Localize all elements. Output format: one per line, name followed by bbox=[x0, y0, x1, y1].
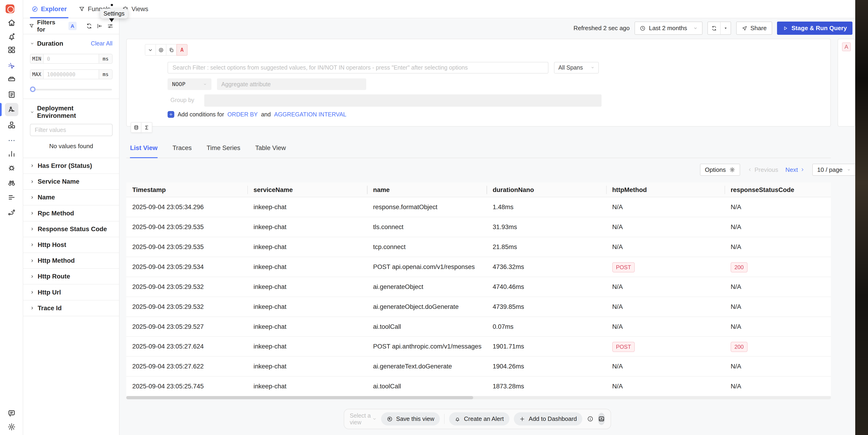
chevron-right-icon bbox=[30, 306, 34, 310]
column-header-timestamp[interactable]: Timestamp bbox=[126, 182, 247, 197]
duration-slider[interactable] bbox=[30, 87, 112, 92]
deployment-filter-input[interactable] bbox=[30, 124, 113, 136]
column-header-servicename[interactable]: serviceName bbox=[247, 182, 367, 197]
table-row[interactable]: 2025-09-04 23:05:29.527inkeep-chatai.too… bbox=[126, 317, 831, 337]
signoz-logo[interactable] bbox=[6, 4, 14, 13]
filter-section-has-error-status-[interactable]: Has Error (Status) bbox=[23, 158, 119, 174]
stage-run-query-button[interactable]: Stage & Run Query bbox=[777, 22, 852, 35]
rail-item-metrics-icon[interactable] bbox=[7, 149, 16, 158]
table-row[interactable]: 2025-09-04 23:05:29.532inkeep-chatai.gen… bbox=[126, 277, 831, 297]
table-row[interactable]: 2025-09-04 23:05:29.535inkeep-chattcp.co… bbox=[126, 237, 831, 257]
info-icon[interactable] bbox=[587, 415, 594, 422]
query-chip-a[interactable]: A bbox=[68, 22, 76, 30]
refresh-icon bbox=[711, 25, 717, 31]
rail-item-home-icon[interactable] bbox=[7, 18, 16, 27]
rail-item-gear-icon[interactable] bbox=[7, 423, 16, 431]
eye-icon bbox=[158, 47, 164, 53]
filter-section-http-method[interactable]: Http Method bbox=[23, 253, 119, 269]
cell-servicename: inkeep-chat bbox=[247, 277, 367, 297]
previous-page-button[interactable]: Previous bbox=[747, 166, 778, 173]
query-label-chip[interactable]: A bbox=[176, 44, 188, 56]
slider-track bbox=[30, 89, 112, 91]
view-tab-table-view[interactable]: Table View bbox=[255, 138, 286, 158]
cell-servicename: inkeep-chat bbox=[247, 197, 367, 217]
aggregate-attribute-input bbox=[217, 78, 367, 90]
filter-section-service-name[interactable]: Service Name bbox=[23, 174, 119, 190]
save-view-button[interactable]: Save this view bbox=[381, 412, 440, 426]
filter-section-name[interactable]: Name bbox=[23, 190, 119, 205]
column-header-responsestatuscode[interactable]: responseStatusCode bbox=[724, 182, 831, 197]
rail-item-traces-icon[interactable] bbox=[7, 105, 16, 114]
rail-item-more-dots-icon[interactable] bbox=[7, 136, 16, 145]
time-range-select[interactable]: Last 2 months bbox=[634, 22, 703, 35]
scrollbar-thumb[interactable] bbox=[126, 396, 473, 399]
filter-settings-icon[interactable] bbox=[107, 23, 114, 29]
shortcuts-panel-button[interactable] bbox=[598, 413, 605, 425]
table-row[interactable]: 2025-09-04 23:05:27.624inkeep-chatPOST a… bbox=[126, 337, 831, 357]
share-button[interactable]: Share bbox=[736, 22, 772, 35]
filter-section-response-status-code[interactable]: Response Status Code bbox=[23, 222, 119, 237]
table-row[interactable]: 2025-09-04 23:05:29.535inkeep-chattls.co… bbox=[126, 217, 831, 237]
duration-title[interactable]: Duration bbox=[37, 40, 88, 47]
duration-min-input[interactable] bbox=[43, 54, 99, 63]
collapse-left-icon[interactable] bbox=[96, 23, 103, 29]
clone-query-button[interactable] bbox=[166, 44, 177, 56]
query-a-chip[interactable]: A bbox=[842, 42, 851, 51]
toggle-query-visibility-button[interactable] bbox=[155, 44, 167, 56]
rail-item-infra-icon[interactable] bbox=[7, 75, 16, 84]
rail-item-pipelines-icon[interactable] bbox=[7, 193, 16, 202]
column-header-durationnano[interactable]: durationNano bbox=[487, 182, 606, 197]
view-tab-list-view[interactable]: List View bbox=[130, 138, 157, 158]
table-row[interactable]: 2025-09-04 23:05:29.534inkeep-chatPOST a… bbox=[126, 257, 831, 277]
tab-explorer[interactable]: Explorer bbox=[32, 0, 67, 18]
rail-item-bug-icon[interactable] bbox=[7, 163, 16, 172]
rail-item-chat-icon[interactable] bbox=[7, 409, 16, 417]
options-button[interactable]: Options bbox=[700, 164, 740, 176]
order-by-link[interactable]: ORDER BY bbox=[227, 111, 258, 118]
filter-section-trace-id[interactable]: Trace Id bbox=[23, 301, 119, 316]
create-alert-button[interactable]: Create an Alert bbox=[449, 412, 509, 426]
aggregation-interval-link[interactable]: AGGREGATION INTERVAL bbox=[274, 111, 346, 118]
aggregate-op-select[interactable]: NOOP bbox=[167, 78, 211, 90]
select-view-dropdown[interactable]: Select a view bbox=[350, 412, 377, 426]
table-row[interactable]: 2025-09-04 23:05:27.622inkeep-chatai.gen… bbox=[126, 357, 831, 376]
deployment-title[interactable]: Deployment Environment bbox=[37, 105, 113, 120]
column-header-name[interactable]: name bbox=[367, 182, 487, 197]
rail-item-logs-icon[interactable] bbox=[7, 90, 16, 99]
chevron-down-icon[interactable] bbox=[30, 110, 34, 114]
filter-section-http-route[interactable]: Http Route bbox=[23, 269, 119, 285]
rail-item-services-icon[interactable] bbox=[7, 121, 16, 129]
table-row[interactable]: 2025-09-04 23:05:29.532inkeep-chatai.gen… bbox=[126, 297, 831, 317]
duration-max-input[interactable] bbox=[43, 70, 99, 79]
slider-handle[interactable] bbox=[30, 87, 35, 92]
table-row[interactable]: 2025-09-04 23:05:25.745inkeep-chatai.too… bbox=[126, 376, 831, 397]
refresh-button[interactable] bbox=[708, 22, 721, 34]
column-header-httpmethod[interactable]: httpMethod bbox=[606, 182, 724, 197]
filter-section-http-url[interactable]: Http Url bbox=[23, 285, 119, 300]
filter-section-rpc-method[interactable]: Rpc Method bbox=[23, 205, 119, 221]
refresh-options-button[interactable] bbox=[721, 22, 731, 34]
view-tab-traces[interactable]: Traces bbox=[173, 138, 192, 158]
view-tab-time-series[interactable]: Time Series bbox=[207, 138, 240, 158]
filter-section-http-host[interactable]: Http Host bbox=[23, 237, 119, 253]
rail-item-cursor-click-icon[interactable] bbox=[7, 62, 16, 70]
next-page-button[interactable]: Next bbox=[785, 166, 805, 173]
horizontal-scrollbar[interactable] bbox=[126, 396, 831, 399]
add-query-button[interactable] bbox=[131, 122, 142, 133]
rail-item-routing-icon[interactable] bbox=[7, 208, 16, 217]
add-condition-button[interactable] bbox=[167, 111, 174, 118]
clear-all-link[interactable]: Clear All bbox=[91, 40, 112, 47]
rail-item-dashboard-grid-icon[interactable] bbox=[7, 45, 16, 54]
sync-icon[interactable] bbox=[86, 23, 93, 29]
chevron-down-icon[interactable] bbox=[30, 41, 34, 46]
add-formula-button[interactable] bbox=[141, 122, 152, 133]
rail-item-binoculars-icon[interactable] bbox=[7, 178, 16, 187]
search-filter-input[interactable] bbox=[167, 62, 549, 73]
share-send-icon bbox=[742, 25, 748, 31]
table-row[interactable]: 2025-09-04 23:05:34.296inkeep-chatrespon… bbox=[126, 197, 831, 217]
add-to-dashboard-button[interactable]: Add to Dashboard bbox=[514, 412, 583, 426]
span-scope-select[interactable]: All Spans bbox=[554, 62, 599, 73]
page-size-select[interactable]: 10 / page bbox=[812, 164, 856, 176]
rail-item-bell-icon[interactable] bbox=[7, 32, 16, 41]
collapse-query-button[interactable] bbox=[145, 44, 156, 56]
